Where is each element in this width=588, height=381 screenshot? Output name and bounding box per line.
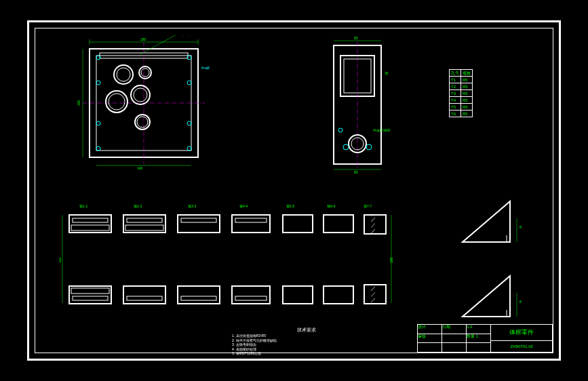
plan-width-dim: 180 xyxy=(140,37,146,41)
svg-rect-53 xyxy=(178,215,220,233)
svg-rect-54 xyxy=(181,218,216,222)
section-4-label: 视4-4 xyxy=(239,204,248,208)
section-5: 视5-5 xyxy=(283,204,313,304)
svg-rect-42 xyxy=(69,215,111,233)
tbl-r2c2: R5 xyxy=(461,83,473,90)
side-width-dim: 80 xyxy=(354,36,358,40)
section-3-label: 视3-3 xyxy=(188,204,196,208)
svg-marker-70 xyxy=(463,201,510,242)
cad-drawing-canvas: 180 180 140 4×φ12深25 6×φ8 xyxy=(0,0,588,381)
tbl-r1c1: T1 xyxy=(450,77,461,83)
note-line-5: 5. 按GB/T1800公差 xyxy=(232,351,381,356)
svg-rect-68 xyxy=(371,285,375,304)
tb-col-1: 设计 xyxy=(418,325,442,334)
tb-qty: 数量 1 xyxy=(467,334,490,343)
svg-rect-66 xyxy=(371,215,375,234)
inner-border: 180 180 140 4×φ12深25 6×φ8 xyxy=(35,28,553,353)
tbl-r5c1: T5 xyxy=(450,104,461,111)
tbl-r3c1: T3 xyxy=(450,90,461,97)
detail-top-dim: 8 xyxy=(520,225,522,229)
svg-rect-49 xyxy=(127,218,162,222)
svg-rect-52 xyxy=(127,296,162,300)
plan-height-dim: 180 xyxy=(77,100,81,106)
svg-rect-55 xyxy=(178,286,220,304)
svg-point-6 xyxy=(117,68,130,81)
table-hdr-2: 规格 xyxy=(461,70,473,77)
svg-point-21 xyxy=(187,81,191,85)
tb-scale: 1:2 xyxy=(467,325,490,334)
svg-rect-46 xyxy=(73,296,108,300)
hole-table: 孔号 规格 T1R5 T2R5 T3R5 T4R5 T5R5 T6R5 xyxy=(449,69,473,117)
section-6: 视6-6 xyxy=(324,204,353,304)
side-view: 80 30 4×φ12深18 80 xyxy=(313,35,401,174)
tbl-r4c2: R5 xyxy=(461,97,473,104)
svg-point-9 xyxy=(106,91,128,113)
svg-point-10 xyxy=(109,94,125,110)
tb-col-3: 审核 xyxy=(418,334,442,343)
tbl-r2c1: T2 xyxy=(450,83,461,90)
section-7-label: 视7-7 xyxy=(364,204,372,208)
svg-rect-51 xyxy=(123,286,165,304)
svg-rect-47 xyxy=(71,288,109,294)
corner-details: 8 8 xyxy=(449,191,530,327)
svg-rect-45 xyxy=(69,286,111,304)
section-3: 视3-3 xyxy=(178,204,220,304)
section-7-height: 100 xyxy=(389,257,393,263)
side-bottom-note: 4×φ12深18 xyxy=(373,128,390,132)
outer-border: 180 180 140 4×φ12深25 6×φ8 xyxy=(27,20,561,361)
svg-rect-50 xyxy=(125,225,163,230)
svg-rect-61 xyxy=(283,215,313,233)
svg-point-8 xyxy=(141,68,149,77)
drawing-number: ZKB0701.02 xyxy=(491,341,552,352)
plan-view: 180 180 140 4×φ12深25 6×φ8 xyxy=(76,35,218,171)
svg-rect-44 xyxy=(71,225,109,230)
svg-rect-43 xyxy=(73,218,108,222)
drawing-title: 体框零件 xyxy=(491,325,552,341)
tbl-r1c2: R5 xyxy=(461,77,473,83)
section-1: 视1-1 xyxy=(69,204,111,304)
svg-rect-58 xyxy=(235,218,267,222)
section-2: 视2-2 xyxy=(123,204,165,304)
side-window-offset: 30 xyxy=(385,71,389,75)
svg-rect-48 xyxy=(123,215,165,233)
svg-point-19 xyxy=(96,81,100,85)
svg-point-36 xyxy=(366,144,372,150)
plan-inner-dim: 140 xyxy=(137,166,143,170)
svg-marker-73 xyxy=(463,276,510,317)
svg-point-22 xyxy=(187,121,191,125)
section-6-label: 视6-6 xyxy=(327,204,335,208)
section-2-label: 视2-2 xyxy=(134,204,142,208)
svg-point-35 xyxy=(343,144,349,150)
tbl-r5c2: R5 xyxy=(461,104,473,111)
section-row: 100 视1-1 视2-2 xyxy=(59,198,452,320)
tbl-r3c2: R5 xyxy=(461,90,473,97)
tb-col-2: 日期 xyxy=(442,325,467,334)
section-height-dim: 100 xyxy=(59,257,62,263)
svg-rect-60 xyxy=(235,296,267,300)
svg-point-12 xyxy=(134,88,147,102)
svg-rect-64 xyxy=(324,286,353,304)
title-block: 设计 日期 1:2 审核 数量 1 xyxy=(417,324,553,353)
svg-point-37 xyxy=(338,128,342,132)
svg-point-18 xyxy=(187,146,191,151)
detail-bot-dim: 8 xyxy=(520,300,522,304)
hole-note-1: 4×φ12深25 xyxy=(178,35,195,36)
svg-rect-57 xyxy=(232,215,270,233)
svg-rect-59 xyxy=(232,286,270,304)
detail-top: 8 xyxy=(463,201,522,242)
side-bot-dim: 80 xyxy=(354,170,358,174)
hole-note-2: 6×φ8 xyxy=(201,66,210,70)
tech-notes: 技术要求 1. 未注铸造圆角R3-R5 2. 铸件不得有气孔砂眼等缺陷 3. 去… xyxy=(232,327,381,356)
svg-rect-56 xyxy=(181,296,216,300)
tbl-r4c1: T4 xyxy=(450,97,461,104)
table-hdr-1: 孔号 xyxy=(450,70,461,77)
tbl-r6c2: R5 xyxy=(461,111,473,117)
section-1-label: 视1-1 xyxy=(79,204,87,208)
notes-title: 技术要求 xyxy=(232,327,381,334)
svg-rect-63 xyxy=(324,215,353,233)
svg-point-17 xyxy=(96,146,100,151)
section-4: 视4-4 xyxy=(232,204,270,304)
section-7: 视7-7 100 xyxy=(364,204,393,304)
section-5-label: 视5-5 xyxy=(286,204,294,208)
svg-rect-62 xyxy=(283,286,313,304)
